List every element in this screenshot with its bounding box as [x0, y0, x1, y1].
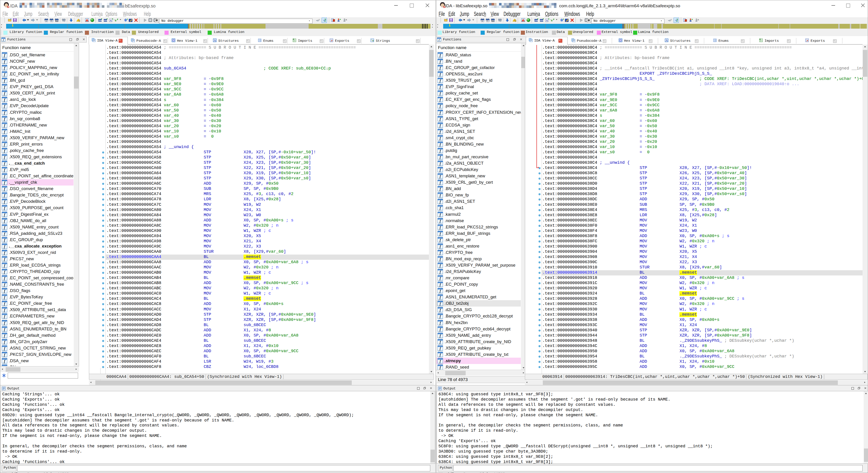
svg-text:CODE: CODE: [98, 20, 102, 21]
svg-text:T: T: [51, 20, 52, 22]
svg-text:101: 101: [55, 20, 58, 22]
svg-text:101: 101: [492, 20, 494, 22]
svg-text:A: A: [546, 19, 548, 22]
svg-text:T: T: [487, 20, 488, 22]
svg-text:DATA: DATA: [539, 20, 544, 21]
svg-text:A: A: [110, 19, 112, 22]
svg-text:c: c: [319, 19, 320, 21]
svg-text:DATA: DATA: [103, 20, 107, 21]
svg-text:c: c: [671, 19, 672, 21]
svg-text:A: A: [214, 39, 216, 42]
svg-text:CODE: CODE: [534, 20, 538, 21]
svg-text:‘s: ‘s: [371, 39, 374, 42]
svg-text:A: A: [665, 39, 668, 42]
svg-text:64: 64: [7, 5, 10, 8]
